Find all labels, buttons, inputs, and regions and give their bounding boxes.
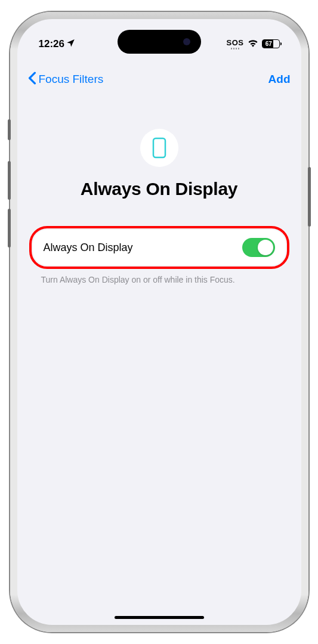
wifi-icon [248,38,258,50]
battery-level: 67 [263,40,274,48]
phone-frame: 12:26 SOS 67 [10,12,308,632]
location-icon [66,38,75,50]
status-time: 12:26 [39,38,64,50]
svg-rect-0 [153,138,165,157]
battery-icon: 67 [262,39,280,48]
nav-bar: Focus Filters Add [17,63,301,96]
screen: 12:26 SOS 67 [17,19,301,625]
sos-indicator: SOS [227,38,244,49]
always-on-display-toggle[interactable] [242,238,275,257]
side-button [8,161,11,200]
back-label: Focus Filters [39,73,104,86]
page-title: Always On Display [29,179,289,199]
dynamic-island [118,30,201,54]
content: Always On Display Always On Display Turn… [17,129,301,284]
back-button[interactable]: Focus Filters [28,72,104,88]
home-indicator[interactable] [115,616,204,619]
side-button [8,119,11,140]
display-icon [140,129,178,167]
status-left: 12:26 [39,38,75,50]
add-button[interactable]: Add [268,73,291,86]
side-button [308,167,311,227]
setting-label: Always On Display [44,242,133,254]
side-button [8,209,11,247]
highlight-annotation: Always On Display [29,226,289,269]
status-right: SOS 67 [227,38,280,50]
footer-description: Turn Always On Display on or off while i… [29,269,289,284]
chevron-left-icon [28,72,36,88]
hero: Always On Display [29,129,289,199]
always-on-display-row[interactable]: Always On Display [33,230,286,265]
